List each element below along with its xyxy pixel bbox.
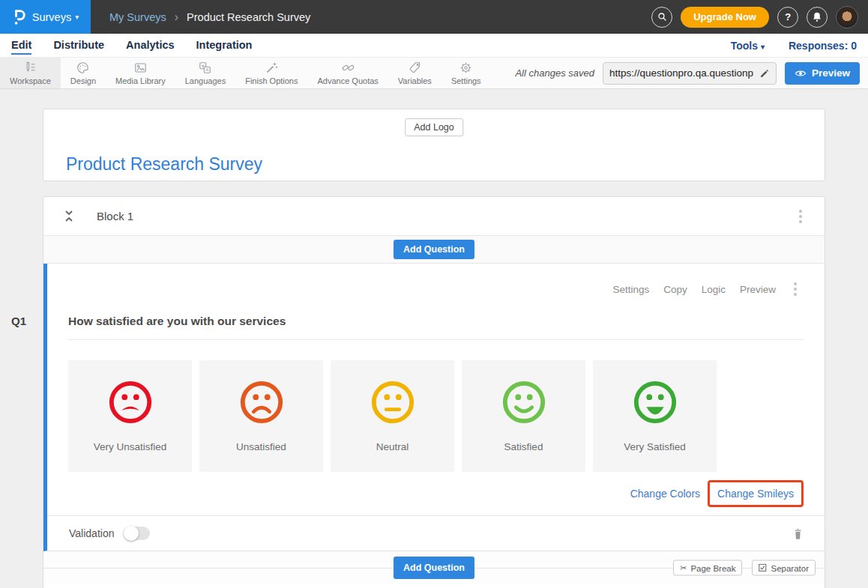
validation-toggle[interactable] — [124, 527, 150, 540]
question-number: Q1 — [11, 315, 26, 327]
smiley-very-satisfied-icon — [632, 379, 678, 425]
separator-label: Separator — [771, 563, 809, 572]
delete-question-icon[interactable] — [792, 527, 804, 540]
preview-label: Preview — [812, 67, 850, 79]
toolbar-design[interactable]: Design — [61, 58, 106, 88]
separator-button[interactable]: Separator — [752, 560, 816, 576]
help-button[interactable]: ? — [777, 7, 798, 28]
editor-canvas: Add Logo Product Research Survey Block 1… — [0, 89, 868, 588]
smiley-option-label: Neutral — [376, 441, 409, 452]
question-settings-link[interactable]: Settings — [612, 284, 649, 295]
block-header: Block 1 — [43, 197, 825, 236]
smiley-options: Very Unsatisfied Unsatisfied Neutral — [68, 360, 804, 472]
smiley-neutral-icon — [370, 379, 416, 425]
topbar-actions: Upgrade Now ? — [651, 6, 868, 28]
toolbar-variables[interactable]: Variables — [388, 58, 441, 88]
toolbar-label: Variables — [398, 76, 432, 85]
survey-header-card: Add Logo Product Research Survey — [43, 109, 825, 181]
image-icon — [133, 61, 148, 75]
tag-icon — [408, 61, 422, 75]
breadcrumb-my-surveys[interactable]: My Surveys — [109, 11, 166, 23]
change-smileys-link[interactable]: Change Smileys — [717, 488, 794, 500]
toolbar-label: Settings — [451, 76, 481, 85]
collapse-block-icon[interactable] — [64, 209, 74, 223]
questionpro-logo-icon — [12, 8, 26, 26]
chain-icon — [341, 61, 355, 75]
brand-label: Surveys — [32, 11, 71, 23]
question-divider — [68, 339, 804, 340]
smiley-option-satisfied[interactable]: Satisfied — [462, 360, 585, 472]
nav-tabs: Edit Distribute Analytics Integration — [11, 36, 252, 55]
tools-menu[interactable]: Tools ▾ — [731, 40, 765, 52]
highlight-annotation: Change Smileys — [708, 480, 804, 507]
smiley-satisfied-icon — [501, 379, 547, 425]
smiley-option-unsatisfied[interactable]: Unsatisfied — [199, 360, 323, 472]
toolbar-label: Finish Options — [245, 76, 298, 85]
search-icon — [657, 11, 668, 22]
add-question-button-top[interactable]: Add Question — [394, 240, 474, 259]
caret-down-icon: ▾ — [761, 43, 765, 51]
toolbar-label: Advance Quotas — [317, 76, 378, 85]
toolbar-label: Design — [70, 76, 96, 85]
smiley-option-label: Satisfied — [504, 441, 543, 452]
add-logo-button[interactable]: Add Logo — [405, 118, 463, 136]
toolbar-settings[interactable]: Settings — [441, 58, 491, 88]
toolbar-workspace[interactable]: Workspace — [0, 58, 61, 88]
question-logic-link[interactable]: Logic — [702, 284, 726, 295]
validation-label: Validation — [69, 527, 114, 539]
upgrade-now-button[interactable]: Upgrade Now — [681, 7, 769, 28]
question-title[interactable]: How satisfied are you with our services — [68, 315, 804, 328]
editor-toolbar: Workspace Design Media Library ★A Langua… — [0, 58, 868, 89]
survey-title[interactable]: Product Research Survey — [66, 154, 262, 175]
toolbar-label: Workspace — [10, 76, 51, 85]
save-status: All changes saved — [515, 67, 594, 79]
tab-integration[interactable]: Integration — [196, 36, 253, 55]
add-question-row-bottom: Add Question ✂ Page Break Separator — [43, 551, 825, 584]
question-card: Settings Copy Logic Preview How satisfie… — [43, 264, 825, 551]
question-menu-icon[interactable] — [792, 280, 799, 298]
translate-icon: ★A — [198, 61, 212, 75]
notifications-button[interactable] — [807, 7, 828, 28]
chevron-right-icon: › — [175, 11, 178, 23]
survey-url-value: https://questionpro.qa.questionp — [609, 67, 755, 79]
smiley-option-very-satisfied[interactable]: Very Satisfied — [593, 360, 717, 472]
section-nav: Edit Distribute Analytics Integration To… — [0, 34, 868, 58]
smiley-option-neutral[interactable]: Neutral — [331, 360, 454, 472]
toolbar-right: All changes saved https://questionpro.qa… — [515, 58, 868, 88]
toolbar-advance-quotas[interactable]: Advance Quotas — [307, 58, 388, 88]
block-menu-icon[interactable] — [797, 207, 804, 225]
separator-checkbox-icon — [759, 564, 767, 572]
smiley-option-label: Very Unsatisfied — [94, 441, 167, 452]
page-break-icon: ✂ — [680, 563, 687, 573]
toolbar-media-library[interactable]: Media Library — [106, 58, 175, 88]
change-colors-link[interactable]: Change Colors — [630, 488, 700, 500]
tab-distribute[interactable]: Distribute — [53, 36, 104, 55]
insert-tools: ✂ Page Break Separator — [673, 560, 816, 576]
smiley-unsatisfied-icon — [238, 379, 285, 425]
breadcrumb-current: Product Research Survey — [187, 11, 310, 23]
edit-url-icon[interactable] — [759, 68, 770, 79]
smiley-tools: Change Colors Change Smileys — [68, 478, 804, 509]
toolbar-label: Media Library — [115, 76, 166, 85]
preview-button[interactable]: Preview — [785, 62, 860, 85]
responses-count[interactable]: Responses: 0 — [789, 40, 857, 52]
tab-edit[interactable]: Edit — [11, 36, 31, 55]
smiley-option-label: Unsatisfied — [236, 441, 286, 452]
avatar[interactable] — [836, 6, 858, 28]
brand-menu[interactable]: Surveys ▾ — [0, 0, 91, 34]
tab-analytics[interactable]: Analytics — [126, 36, 174, 55]
toolbar-finish-options[interactable]: Finish Options — [235, 58, 307, 88]
gear-icon — [459, 61, 473, 75]
smiley-option-very-unsatisfied[interactable]: Very Unsatisfied — [68, 360, 192, 472]
smiley-very-unsatisfied-icon — [107, 379, 154, 425]
toolbar-languages[interactable]: ★A Languages — [175, 58, 235, 88]
question-preview-link[interactable]: Preview — [740, 284, 776, 295]
page-break-label: Page Break — [690, 563, 735, 572]
add-question-button-bottom[interactable]: Add Question — [394, 557, 474, 579]
question-copy-link[interactable]: Copy — [663, 284, 687, 295]
breadcrumb: My Surveys › Product Research Survey — [109, 11, 310, 23]
search-button[interactable] — [651, 7, 672, 28]
page-break-button[interactable]: ✂ Page Break — [673, 560, 742, 576]
block-title: Block 1 — [97, 210, 133, 222]
survey-url-field[interactable]: https://questionpro.qa.questionp — [603, 62, 777, 85]
